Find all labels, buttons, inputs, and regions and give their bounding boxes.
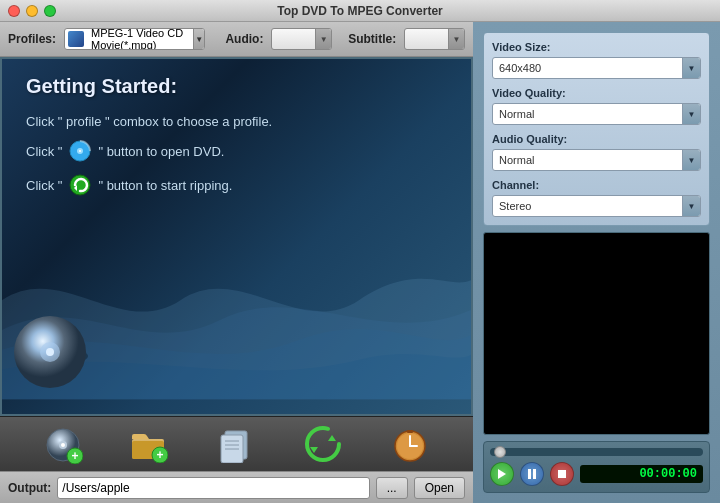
video-quality-row: Video Quality: Normal ▼	[492, 87, 701, 125]
video-preview	[483, 232, 710, 435]
convert-button[interactable]	[296, 421, 350, 467]
getting-started-heading: Getting Started:	[26, 75, 272, 98]
output-path-display: /Users/apple	[57, 477, 369, 499]
profile-dropdown-arrow[interactable]: ▼	[193, 28, 204, 50]
controls-row: 00:00:00	[490, 462, 703, 486]
svg-text:+: +	[156, 448, 163, 462]
pause-button[interactable]	[520, 462, 544, 486]
svg-point-24	[307, 428, 339, 460]
minimize-button[interactable]	[26, 5, 38, 17]
start-ripping-icon	[68, 173, 92, 197]
audio-quality-row: Audio Quality: Normal ▼	[492, 133, 701, 171]
open-button[interactable]: Open	[414, 477, 465, 499]
audio-dropdown-arrow[interactable]: ▼	[315, 28, 331, 50]
timer-button[interactable]	[383, 421, 437, 467]
copy-button[interactable]	[209, 421, 263, 467]
channel-label: Channel:	[492, 179, 701, 191]
video-size-select[interactable]: 640x480 ▼	[492, 57, 701, 79]
add-dvd-button[interactable]: +	[37, 422, 89, 466]
progress-thumb[interactable]	[494, 446, 506, 458]
audio-select[interactable]: ▼	[271, 28, 332, 50]
profile-select-wrapper[interactable]: MPEG-1 Video CD Movie(*.mpg) ▼	[64, 28, 205, 50]
close-button[interactable]	[8, 5, 20, 17]
channel-row: Channel: Stereo ▼	[492, 179, 701, 217]
window-title: Top DVD To MPEG Converter	[277, 4, 443, 18]
playback-controls: 00:00:00	[483, 441, 710, 493]
preview-area: Getting Started: Click " profile " combo…	[0, 57, 473, 416]
stop-button[interactable]	[550, 462, 574, 486]
toolbar: + +	[0, 416, 473, 471]
svg-point-8	[46, 348, 54, 356]
audio-quality-value: Normal	[493, 154, 682, 166]
profile-icon	[68, 31, 84, 47]
channel-dropdown-arrow[interactable]: ▼	[682, 195, 700, 217]
maximize-button[interactable]	[44, 5, 56, 17]
video-quality-dropdown-arrow[interactable]: ▼	[682, 103, 700, 125]
subtitle-dropdown-arrow[interactable]: ▼	[448, 28, 464, 50]
instruction-3: Click " " button to start ripping.	[26, 173, 272, 197]
video-size-row: Video Size: 640x480 ▼	[492, 41, 701, 79]
svg-rect-35	[558, 470, 566, 478]
video-size-dropdown-arrow[interactable]: ▼	[682, 57, 700, 79]
audio-quality-label: Audio Quality:	[492, 133, 701, 145]
channel-value: Stereo	[493, 200, 682, 212]
video-quality-label: Video Quality:	[492, 87, 701, 99]
profiles-label: Profiles:	[8, 32, 56, 46]
browse-button[interactable]: ...	[376, 477, 408, 499]
output-bar: Output: /Users/apple ... Open	[0, 471, 473, 503]
audio-quality-dropdown-arrow[interactable]: ▼	[682, 149, 700, 171]
play-button[interactable]	[490, 462, 514, 486]
dvd-open-icon	[68, 139, 92, 163]
getting-started-panel: Getting Started: Click " profile " combo…	[26, 75, 272, 207]
svg-text:+: +	[71, 449, 78, 463]
svg-marker-32	[498, 469, 506, 479]
add-folder-button[interactable]: +	[122, 421, 176, 467]
svg-point-11	[61, 443, 65, 447]
output-label: Output:	[8, 481, 51, 495]
time-display: 00:00:00	[580, 465, 703, 483]
profile-value: MPEG-1 Video CD Movie(*.mpg)	[87, 28, 193, 50]
svg-point-2	[79, 150, 81, 152]
settings-box: Video Size: 640x480 ▼ Video Quality: Nor…	[483, 32, 710, 226]
video-quality-value: Normal	[493, 108, 682, 120]
audio-quality-select[interactable]: Normal ▼	[492, 149, 701, 171]
window-controls[interactable]	[8, 5, 56, 17]
audio-label: Audio:	[225, 32, 263, 46]
svg-rect-33	[528, 469, 531, 479]
svg-rect-31	[407, 430, 413, 433]
video-size-value: 640x480	[493, 62, 682, 74]
svg-rect-34	[533, 469, 536, 479]
video-size-label: Video Size:	[492, 41, 701, 53]
instruction-1: Click " profile " combox to choose a pro…	[26, 114, 272, 129]
disc-decoration	[12, 314, 92, 394]
right-panel: Video Size: 640x480 ▼ Video Quality: Nor…	[473, 22, 720, 503]
progress-bar[interactable]	[490, 448, 703, 456]
subtitle-label: Subtitle:	[348, 32, 396, 46]
svg-marker-26	[328, 435, 336, 441]
left-panel: Profiles: MPEG-1 Video CD Movie(*.mpg) ▼…	[0, 22, 473, 503]
main-container: Profiles: MPEG-1 Video CD Movie(*.mpg) ▼…	[0, 22, 720, 503]
subtitle-select[interactable]: ▼	[404, 28, 465, 50]
title-bar: Top DVD To MPEG Converter	[0, 0, 720, 22]
profiles-bar: Profiles: MPEG-1 Video CD Movie(*.mpg) ▼…	[0, 22, 473, 57]
channel-select[interactable]: Stereo ▼	[492, 195, 701, 217]
instruction-2: Click " " button to open DVD.	[26, 139, 272, 163]
video-quality-select[interactable]: Normal ▼	[492, 103, 701, 125]
